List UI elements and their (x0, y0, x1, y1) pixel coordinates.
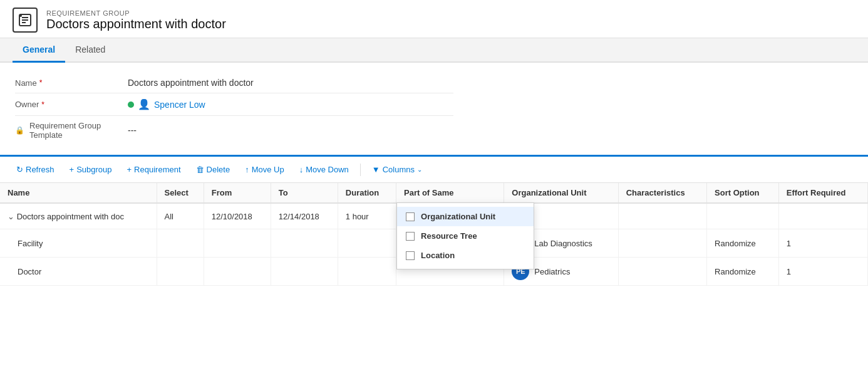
form-row-template: 🔒 Requirement Group Template --- (15, 116, 453, 145)
col-part-of-same: Part of Same Organizational Unit Resourc… (396, 183, 504, 203)
row-name-1: Facility (0, 229, 157, 258)
refresh-icon: ↻ (16, 165, 23, 174)
delete-button[interactable]: 🗑 Delete (190, 162, 237, 177)
row-characteristics-0 (618, 203, 706, 229)
form-value-template: --- (128, 125, 453, 135)
plus-icon-subgroup: + (70, 165, 75, 174)
requirements-table: Name Select From To Duration Part of Sam… (0, 183, 868, 286)
row-sort-option-0 (707, 203, 779, 229)
form-section: Name * Doctors appointment with doctor O… (0, 63, 868, 157)
row-to-0: 12/14/2018 (271, 203, 338, 229)
row-sort-option-2: Randomize (707, 258, 779, 286)
form-label-name: Name * (15, 78, 128, 88)
row-duration-2 (338, 258, 396, 286)
required-indicator-owner: * (41, 100, 44, 109)
header-subtitle: REQUIREMENT GROUP (46, 9, 226, 17)
move-down-button[interactable]: ↓ Move Down (293, 162, 355, 177)
requirement-button[interactable]: + Requirement (121, 162, 187, 177)
row-effort-required-2: 1 (778, 258, 867, 286)
form-row-owner: Owner * 👤 Spencer Low (15, 93, 453, 116)
row-to-1 (271, 229, 338, 258)
tab-bar: General Related (0, 38, 868, 63)
checkbox-org-unit[interactable] (406, 212, 415, 221)
form-value-name: Doctors appointment with doctor (128, 78, 453, 88)
tab-related[interactable]: Related (65, 38, 115, 63)
row-name-2: Doctor (0, 258, 157, 286)
separator (360, 164, 361, 176)
form-row-name: Name * Doctors appointment with doctor (15, 73, 453, 93)
arrow-up-icon: ↑ (245, 165, 249, 174)
status-dot (128, 102, 134, 108)
dropdown-menu: Organizational Unit Resource Tree Locati… (396, 202, 534, 269)
move-up-button[interactable]: ↑ Move Up (239, 162, 291, 177)
row-duration-1 (338, 229, 396, 258)
plus-icon-req: + (127, 165, 132, 174)
row-select-2 (157, 258, 204, 286)
dropdown-item-location[interactable]: Location (397, 246, 534, 265)
row-from-0: 12/10/2018 (204, 203, 271, 229)
form-value-owner[interactable]: 👤 Spencer Low (128, 98, 453, 110)
row-select-1 (157, 229, 204, 258)
row-effort-required-0 (778, 203, 867, 229)
grid-toolbar: ↻ Refresh + Subgroup + Requirement 🗑 Del… (0, 157, 868, 183)
dropdown-item-resource-tree[interactable]: Resource Tree (397, 226, 534, 246)
col-sort-option: Sort Option (707, 183, 779, 203)
row-sort-option-1: Randomize (707, 229, 779, 258)
col-from: From (204, 183, 271, 203)
header-title: Doctors appointment with doctor (46, 17, 226, 31)
col-org-unit: Organizational Unit (504, 183, 618, 203)
checkbox-location[interactable] (406, 251, 415, 260)
svg-point-4 (20, 15, 21, 16)
col-effort-required: Effort Required (778, 183, 867, 203)
checkbox-resource-tree[interactable] (406, 232, 415, 241)
dropdown-item-org-unit[interactable]: Organizational Unit (397, 207, 534, 226)
req-group-icon (13, 8, 38, 33)
header-text: REQUIREMENT GROUP Doctors appointment wi… (46, 9, 226, 31)
col-select: Select (157, 183, 204, 203)
expand-icon-0[interactable]: ⌄ (8, 212, 14, 221)
row-from-2 (204, 258, 271, 286)
row-select-0: All (157, 203, 204, 229)
refresh-button[interactable]: ↻ Refresh (10, 162, 61, 177)
form-label-template: 🔒 Requirement Group Template (15, 121, 128, 140)
columns-button[interactable]: ▼ Columns ⌄ (366, 162, 428, 177)
row-effort-required-1: 1 (778, 229, 867, 258)
app-header: REQUIREMENT GROUP Doctors appointment wi… (0, 0, 868, 38)
row-from-1 (204, 229, 271, 258)
form-label-owner: Owner * (15, 100, 128, 109)
col-duration: Duration (338, 183, 396, 203)
row-name-0: ⌄ Doctors appointment with doc (0, 203, 157, 229)
col-to: To (271, 183, 338, 203)
required-indicator: * (39, 78, 43, 87)
subgroup-button[interactable]: + Subgroup (63, 162, 118, 177)
arrow-down-icon: ↓ (299, 165, 304, 174)
grid-container: Name Select From To Duration Part of Sam… (0, 183, 868, 286)
row-duration-0: 1 hour (338, 203, 396, 229)
col-name: Name (0, 183, 157, 203)
filter-icon: ▼ (372, 165, 380, 174)
lock-icon: 🔒 (15, 126, 24, 135)
user-icon: 👤 (138, 98, 150, 110)
row-characteristics-2 (618, 258, 706, 286)
row-characteristics-1 (618, 229, 706, 258)
row-to-2 (271, 258, 338, 286)
col-characteristics: Characteristics (618, 183, 706, 203)
delete-icon: 🗑 (196, 165, 204, 174)
chevron-down-icon: ⌄ (417, 166, 422, 173)
tab-general[interactable]: General (13, 38, 65, 63)
